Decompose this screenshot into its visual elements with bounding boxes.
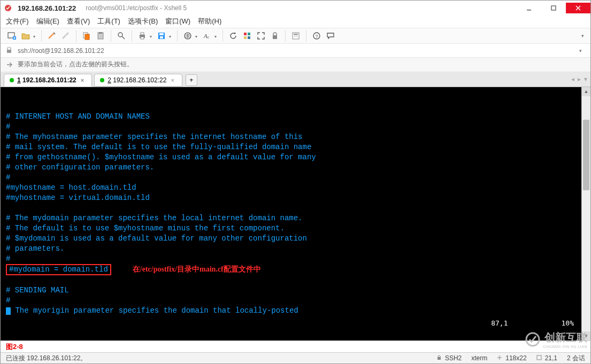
close-tab-icon[interactable]: × (81, 77, 84, 83)
save-icon[interactable]: ▾ (156, 30, 167, 42)
svg-rect-30 (7, 50, 11, 53)
window-minimize-button[interactable] (517, 3, 541, 13)
session-tab-1[interactable]: 1 192.168.26.101:22 × (4, 74, 92, 87)
refresh-icon[interactable] (227, 30, 239, 42)
annotation-text: 在/etc/postfix/目录中main.cf配置文件中 (133, 265, 261, 273)
info-bar: 要添加当前会话，点击左侧的箭头按钮。 (1, 58, 590, 72)
lock-icon (6, 47, 13, 55)
terminal-area: # INTERNET HOST AND DOMAIN NAMES # # The… (1, 87, 590, 340)
menu-edit[interactable]: 编辑(E) (36, 17, 59, 26)
terminal-line: # parameters. (6, 244, 64, 253)
terminal-highlight-line: #mydomain = domain.tld在/etc/postfix/目录中m… (6, 265, 261, 274)
svg-rect-14 (159, 33, 164, 35)
terminal[interactable]: # INTERNET HOST AND DOMAIN NAMES # # The… (1, 87, 581, 340)
lock-small-icon (436, 355, 443, 361)
menu-help[interactable]: 帮助(H) (198, 17, 221, 26)
terminal-line: #myhostname = host.domain.tld (6, 183, 136, 192)
scroll-down-icon[interactable]: ▼ (582, 331, 590, 340)
paste-icon[interactable] (95, 30, 106, 42)
svg-rect-11 (141, 33, 144, 35)
toolbar: ▾ ▾ ▾ ▾ Aa▾ ? ▾ (1, 28, 590, 44)
svg-rect-22 (248, 36, 250, 39)
title-main: 192.168.26.101:22 (18, 4, 76, 12)
toolbar-separator (222, 30, 223, 42)
window-maximize-button[interactable] (541, 3, 566, 13)
pos-icon (536, 355, 543, 361)
menu-window[interactable]: 窗口(W) (165, 17, 190, 26)
terminal-line: #myhostname = virtual.domain.tld (6, 193, 150, 202)
find-icon[interactable] (116, 30, 127, 42)
scroll-up-icon[interactable]: ▲ (582, 87, 590, 96)
toolbar-separator (306, 30, 306, 42)
fullscreen-icon[interactable] (255, 30, 267, 42)
scroll-thumb[interactable] (583, 120, 589, 190)
svg-rect-21 (244, 36, 247, 39)
status-dot-icon (100, 78, 104, 82)
globe-icon[interactable]: ▾ (182, 30, 194, 42)
terminal-line: # (6, 173, 10, 182)
app-window: 192.168.26.101:22 root@vms001:/etc/postf… (0, 0, 591, 364)
add-tab-button[interactable]: + (186, 74, 197, 86)
terminal-line: # (6, 296, 10, 305)
svg-rect-27 (294, 36, 298, 37)
app-icon (4, 4, 12, 12)
copy-icon[interactable] (81, 30, 93, 42)
reconnect-icon[interactable] (46, 30, 58, 42)
svg-rect-25 (294, 34, 298, 35)
props-icon[interactable] (290, 30, 302, 42)
menubar: 文件(F) 编辑(E) 查看(V) 工具(T) 选项卡(B) 窗口(W) 帮助(… (1, 16, 590, 28)
address-input[interactable]: ssh://root@192.168.26.101:22 (18, 47, 576, 55)
terminal-line: # $mydomain is used as a default value f… (6, 234, 307, 243)
address-dropdown[interactable]: ▾ (576, 48, 585, 53)
help-icon[interactable]: ? (311, 30, 323, 42)
svg-rect-6 (85, 34, 89, 40)
tab-overflow-icon[interactable]: ▾ (584, 75, 587, 83)
svg-text:?: ? (316, 34, 318, 39)
color-icon[interactable] (241, 30, 253, 42)
menu-tools[interactable]: 工具(T) (97, 17, 120, 26)
status-termtype: xterm (471, 354, 487, 362)
session-tab-2[interactable]: 2 192.168.26.102:22 × (94, 74, 182, 87)
tab-scroll-right-icon[interactable]: ▸ (578, 75, 581, 83)
new-session-icon[interactable] (6, 30, 18, 42)
vertical-scrollbar[interactable]: ▲ ▼ (581, 87, 590, 340)
chat-icon[interactable] (325, 30, 336, 42)
svg-point-9 (118, 33, 122, 37)
highlight-box: #mydomain = domain.tld (6, 264, 111, 275)
svg-rect-15 (160, 36, 163, 38)
toolbar-separator (41, 30, 42, 42)
close-tab-icon[interactable]: × (171, 77, 174, 83)
tab-host: 192.168.26.101:22 (22, 76, 76, 84)
terminal-line: # (6, 254, 10, 263)
toolbar-overflow[interactable]: ▾ (580, 33, 585, 38)
svg-rect-32 (537, 355, 541, 360)
disconnect-icon[interactable] (60, 30, 72, 42)
terminal-text: The myorigin parameter specifies the dom… (11, 306, 298, 315)
terminal-line: # INTERNET HOST AND DOMAIN NAMES (6, 112, 150, 121)
tab-host: 192.168.26.102:22 (113, 76, 166, 84)
tab-scroll-left-icon[interactable]: ◂ (571, 75, 574, 83)
terminal-status-right: 87,110% (458, 308, 574, 338)
menu-tabs[interactable]: 选项卡(B) (128, 17, 158, 26)
terminal-line: # (6, 122, 10, 131)
terminal-line: # mail system. The default is to use the… (6, 143, 311, 151)
scroll-track[interactable] (582, 96, 590, 331)
font-icon[interactable]: Aa▾ (201, 30, 213, 42)
window-close-button[interactable] (566, 3, 590, 13)
menu-view[interactable]: 查看(V) (67, 17, 90, 26)
menu-file[interactable]: 文件(F) (6, 17, 29, 26)
arrow-add-icon[interactable] (6, 61, 13, 68)
session-tabs: 1 192.168.26.101:22 × 2 192.168.26.102:2… (1, 72, 590, 87)
terminal-line: The myorigin parameter specifies the dom… (6, 306, 298, 315)
lock-icon[interactable] (269, 30, 281, 42)
terminal-line: # other configuration parameters. (6, 163, 154, 172)
print-icon[interactable]: ▾ (136, 30, 148, 42)
svg-rect-2 (551, 6, 556, 10)
address-bar: ssh://root@192.168.26.101:22 ▾ (1, 44, 590, 58)
svg-rect-31 (438, 357, 441, 360)
bottom-input-bar[interactable]: 图2-8 (1, 340, 590, 353)
terminal-line: # The myhostname parameter specifies the… (6, 133, 303, 141)
status-pos: 21,1 (536, 354, 557, 362)
status-connected: 已连接 192.168.26.101:22。 (6, 354, 87, 363)
open-icon[interactable]: ▾ (20, 30, 32, 42)
